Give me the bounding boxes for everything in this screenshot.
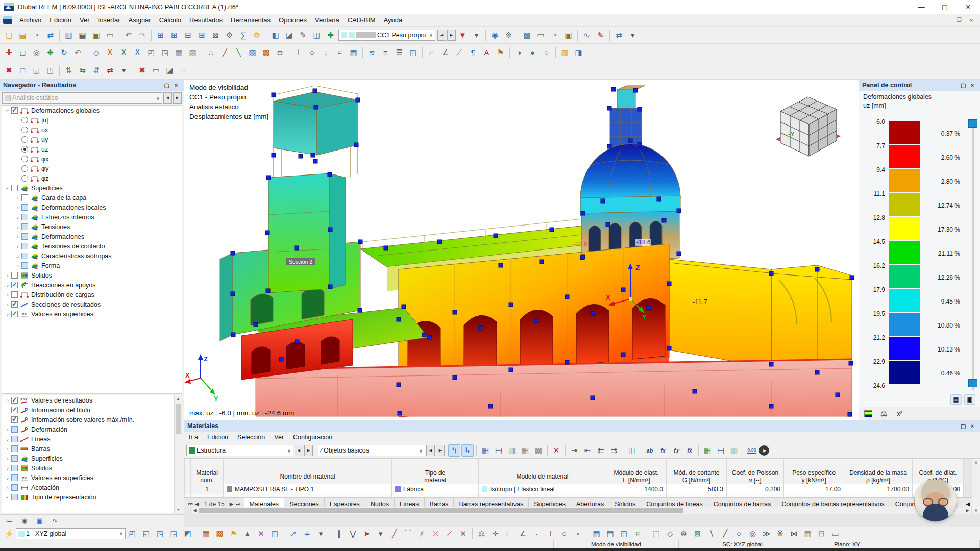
osnap-1-icon[interactable]: ⬚ — [650, 527, 663, 540]
analysis-prev-button[interactable]: ◀ — [163, 92, 172, 104]
menu-opciones[interactable]: Opciones — [275, 15, 311, 26]
page-layout-icon[interactable]: ▭ — [104, 29, 116, 41]
redo-icon[interactable]: ↷ — [136, 29, 149, 41]
maximize-button[interactable]: ▢ — [933, 0, 957, 14]
fe-node[interactable] — [499, 263, 503, 267]
move-view-icon[interactable]: ✥ — [44, 46, 57, 59]
line-fan-icon[interactable]: ⋁ — [347, 527, 359, 540]
section-view-icon[interactable]: ◪ — [283, 29, 296, 41]
fe-node[interactable] — [314, 105, 318, 109]
fe-node[interactable] — [647, 305, 651, 309]
fe-node[interactable] — [384, 246, 388, 250]
guide-dd-icon[interactable]: ▾ — [314, 527, 327, 540]
table-ruler-icon[interactable]: ⊟ — [182, 29, 194, 41]
fe-node[interactable] — [231, 333, 235, 337]
checkbox-on[interactable] — [11, 282, 18, 288]
row-grid2-icon[interactable]: ▦ — [519, 444, 531, 457]
fe-node[interactable] — [295, 246, 299, 250]
plane-xy-icon[interactable]: ⌗ — [631, 527, 644, 540]
menu-cadbim[interactable]: CAD-BIM — [344, 15, 380, 26]
checkbox-on[interactable] — [11, 311, 18, 317]
panel-toggle-icon[interactable]: ⇄ — [612, 29, 625, 41]
transparent-model-icon[interactable]: ◱ — [30, 64, 43, 77]
filter-results-icon[interactable]: ▼ — [456, 29, 469, 41]
grid-a-icon[interactable]: ▦ — [590, 527, 603, 540]
scroll-up-icon[interactable]: ▲ — [175, 395, 182, 400]
materials-menu-ver[interactable]: Ver — [270, 433, 288, 442]
fe-node[interactable] — [580, 256, 584, 260]
tree-item-distribuci-n-de-cargas[interactable]: ›Distribución de cargas — [2, 290, 182, 299]
box-select-icon[interactable]: ▭ — [150, 64, 162, 77]
analysis-next-button[interactable]: ▶ — [173, 92, 182, 104]
osnap-13-icon[interactable]: ⊟ — [815, 527, 828, 540]
show-values-eye-icon[interactable]: ◉ — [488, 29, 501, 41]
open-model-icon[interactable]: ▤ — [16, 29, 29, 41]
snap-tri-icon[interactable]: ▲ — [241, 527, 254, 540]
dim-tools-icon[interactable]: ⚖ — [475, 527, 488, 540]
fe-node[interactable] — [667, 346, 671, 350]
view-plane-icon[interactable]: ◳ — [159, 46, 172, 59]
radio-off[interactable] — [21, 165, 28, 172]
menu-edicin[interactable]: Edición — [45, 15, 76, 26]
members-show-icon[interactable]: ╲ — [232, 46, 245, 59]
legend-slider-handle-top[interactable] — [968, 119, 977, 128]
mid-snap-icon[interactable]: · — [530, 527, 543, 540]
openings-show-icon[interactable]: ◘ — [274, 46, 286, 59]
fe-node[interactable] — [494, 234, 498, 238]
fe-node[interactable] — [437, 240, 442, 244]
fe-node[interactable] — [550, 228, 554, 232]
visibility-all-icon[interactable]: ● — [526, 46, 539, 59]
fe-node[interactable] — [231, 251, 235, 255]
checkbox-on[interactable] — [11, 407, 18, 413]
snap-frame-icon[interactable]: ◫ — [268, 527, 281, 540]
section-label[interactable]: Sección 2 — [286, 258, 315, 265]
fe-node[interactable] — [815, 267, 819, 271]
checkbox-on[interactable] — [11, 301, 18, 308]
table-cell[interactable]: 1 — [191, 484, 224, 494]
radio-off[interactable] — [21, 127, 28, 133]
navigator-float-icon[interactable]: ▢ — [162, 82, 172, 89]
row-insert-icon[interactable]: ⇥ — [568, 444, 580, 457]
dim-slope-icon[interactable]: ⟋ — [453, 46, 465, 59]
fe-node[interactable] — [667, 282, 671, 286]
osnap-7-icon[interactable]: ○ — [732, 527, 745, 540]
tree-item-ux[interactable]: ux — [2, 125, 182, 135]
menu-ayuda[interactable]: Ayuda — [380, 15, 407, 26]
edit-pencil-icon[interactable]: ✎ — [297, 29, 309, 41]
vscroll-up-icon[interactable]: ∧ — [972, 459, 980, 465]
coordinate-system-combo[interactable]: 1 - XYZ global ∨ — [16, 528, 126, 539]
fe-node[interactable] — [815, 370, 819, 374]
move-x-icon[interactable]: ⇅ — [62, 64, 75, 77]
print-graphic-icon[interactable]: ▦ — [76, 29, 89, 41]
first-page-icon[interactable]: ⏮ — [188, 501, 193, 507]
panel-float-icon[interactable]: ▢ — [959, 82, 968, 89]
fe-node[interactable] — [453, 375, 457, 380]
calc-settings-icon[interactable]: ⚙ — [251, 29, 263, 41]
checkbox-off[interactable] — [11, 291, 18, 298]
calc-sc-icon[interactable]: ⚙ — [223, 29, 236, 41]
tree-item-s-lidos[interactable]: ›Sólidos — [2, 270, 182, 280]
expander-icon[interactable]: › — [14, 205, 21, 211]
navigator-views-tab[interactable]: ▣ — [33, 516, 46, 526]
checkbox-part[interactable] — [21, 262, 28, 269]
delete-row-icon[interactable]: ✕ — [550, 444, 562, 457]
table-cell[interactable]: 583.3 — [667, 484, 727, 494]
sort-ab-icon[interactable]: ab — [644, 444, 656, 457]
fe-node[interactable] — [279, 357, 283, 361]
fe-node[interactable] — [607, 106, 611, 110]
fe-node[interactable] — [265, 231, 270, 235]
drop-dd-icon[interactable]: ▾ — [117, 64, 130, 77]
checkbox-part[interactable] — [21, 243, 28, 249]
fe-node[interactable] — [621, 353, 625, 357]
solids-show-icon[interactable]: ▩ — [260, 46, 273, 59]
menu-clculo[interactable]: Cálculo — [155, 15, 185, 26]
view-y-icon[interactable]: Ⅹ — [117, 46, 130, 59]
expander-icon[interactable]: › — [14, 214, 21, 220]
analysis-type-combo[interactable]: Análisis estático ∨ — [2, 92, 162, 104]
navigator-results-tab[interactable]: ∿ — [48, 516, 62, 526]
expander-icon[interactable]: › — [5, 185, 11, 192]
expander-icon[interactable]: › — [4, 311, 11, 317]
osnap-8-icon[interactable]: ◎ — [746, 527, 759, 540]
hscroll-right-icon[interactable]: ▶ — [964, 507, 971, 514]
mdi-restore-button[interactable]: ❐ — [953, 16, 965, 25]
